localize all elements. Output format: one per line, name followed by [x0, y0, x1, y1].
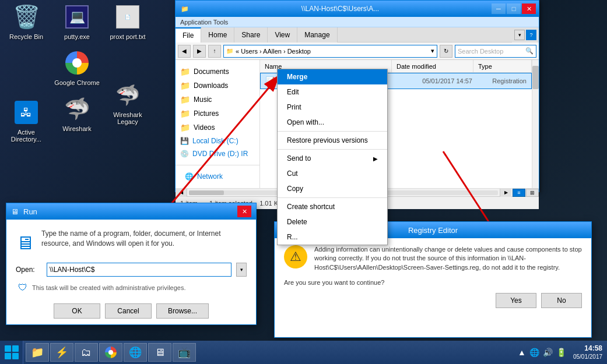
- start-button[interactable]: [0, 341, 23, 364]
- taskbar: 📁 ⚡ 🗂 🌐 🖥 📺 ▲ 🌐 🔊 🔋 14:58 05/01/201: [0, 341, 607, 364]
- taskbar-network[interactable]: 🌐: [124, 343, 147, 362]
- warning-icon: ⚠: [284, 245, 307, 268]
- putty-icon: 💻: [65, 5, 89, 29]
- ctx-create-shortcut[interactable]: Create shortcut: [278, 199, 387, 214]
- address-path[interactable]: 📁 « Users › AAllen › Desktop ▾: [223, 45, 437, 58]
- tab-view[interactable]: View: [268, 27, 297, 43]
- explorer-window-controls: ─ □ ✕: [492, 3, 536, 14]
- context-menu: Merge Edit Print Open with... Restore pr…: [277, 69, 388, 245]
- ctx-send-to[interactable]: Send to ▶: [278, 151, 387, 166]
- tab-manage[interactable]: Manage: [297, 27, 337, 43]
- back-button[interactable]: ◀: [178, 45, 191, 58]
- refresh-button[interactable]: ↻: [440, 45, 452, 58]
- help-button[interactable]: ?: [526, 30, 536, 40]
- scroll-thumb-h[interactable]: [189, 190, 224, 195]
- run-icon: 🖥: [16, 229, 34, 257]
- taskbar-explorer2[interactable]: 🗂: [75, 343, 98, 362]
- registry-yes-button[interactable]: Yes: [496, 293, 536, 308]
- ctx-cut[interactable]: Cut: [278, 166, 387, 181]
- ribbon-tabs: File Home Share View Manage ▾ ?: [176, 27, 539, 43]
- nav-item-local-disk[interactable]: 💾 Local Disk (C:): [176, 135, 259, 147]
- open-row: Open: ▾: [16, 263, 247, 277]
- taskbar-cmd[interactable]: ⚡: [50, 343, 73, 362]
- taskbar-file-explorer[interactable]: 📁: [26, 343, 49, 362]
- clock-date: 05/01/2017: [573, 353, 602, 361]
- admin-note-text: This task will be created with administr…: [32, 284, 186, 291]
- ctx-edit[interactable]: Edit: [278, 84, 387, 100]
- folder-icon: 📁: [180, 95, 190, 104]
- system-clock[interactable]: 14:58 05/01/2017: [573, 344, 602, 361]
- ctx-rename[interactable]: R...: [278, 229, 387, 245]
- folder-icon: 📁: [180, 67, 190, 76]
- run-close-button[interactable]: ✕: [237, 206, 251, 217]
- google-chrome-label: Google Chrome: [54, 79, 100, 86]
- run-browse-button[interactable]: Browse...: [156, 303, 209, 319]
- scroll-left-button[interactable]: ◀: [176, 189, 187, 197]
- nav-item-downloads[interactable]: 📁 Downloads: [176, 79, 259, 93]
- desktop-icon-wireshark-legacy[interactable]: 🦈 Wireshark Legacy: [104, 81, 151, 125]
- forward-button[interactable]: ▶: [193, 45, 206, 58]
- ctx-restore-previous[interactable]: Restore previous versions: [278, 133, 387, 148]
- run-ok-button[interactable]: OK: [54, 303, 100, 319]
- view-toggle-buttons: ≡ ⊞: [513, 189, 539, 197]
- minimize-button[interactable]: ─: [492, 3, 506, 14]
- nav-item-documents[interactable]: 📁 Documents: [176, 65, 259, 79]
- desktop-icon-recycle-bin[interactable]: 🗑️ Recycle Bin: [3, 3, 50, 40]
- col-date-header[interactable]: Date modified: [392, 60, 473, 72]
- ctx-print[interactable]: Print: [278, 100, 387, 115]
- ctx-copy[interactable]: Copy: [278, 181, 387, 196]
- scrollbar-thumb[interactable]: [532, 66, 539, 89]
- desktop-icon-putty[interactable]: 💻 putty.exe: [54, 3, 100, 40]
- wireshark-legacy-icon: 🦈: [115, 83, 140, 107]
- nav-item-videos[interactable]: 📁 Videos: [176, 121, 259, 135]
- dropdown-arrow[interactable]: ▾: [431, 47, 434, 55]
- ctx-merge[interactable]: Merge: [278, 69, 387, 84]
- explorer-title-icon: 📁: [181, 5, 189, 13]
- breadcrumb-text: « Users › AAllen › Desktop: [236, 48, 311, 55]
- scrollbar-vertical[interactable]: [532, 60, 539, 188]
- taskbar-chrome[interactable]: [99, 343, 122, 362]
- run-description: Type the name of a program, folder, docu…: [41, 229, 247, 249]
- ribbon-collapse-button[interactable]: ▾: [514, 30, 525, 40]
- col-type-header[interactable]: Type: [473, 60, 532, 72]
- desktop-icon-google-chrome[interactable]: Google Chrome: [54, 49, 100, 86]
- open-input[interactable]: [47, 263, 231, 277]
- scroll-right-button[interactable]: ▶: [500, 189, 511, 197]
- taskbar-tv[interactable]: 📺: [173, 343, 196, 362]
- search-box[interactable]: Search Desktop 🔍: [455, 45, 536, 58]
- ctx-delete[interactable]: Delete: [278, 214, 387, 229]
- desktop-icon-column-3: 📄 proxt port.txt 🦈 Wireshark Legacy: [104, 3, 151, 125]
- up-button[interactable]: ↑: [208, 45, 221, 58]
- nav-item-music[interactable]: 📁 Music: [176, 93, 259, 107]
- tray-chevron[interactable]: ▲: [518, 348, 526, 357]
- tray-speaker-icon[interactable]: 🔊: [543, 348, 553, 357]
- nav-item-dvd[interactable]: 💿 DVD Drive (D:) IR: [176, 147, 259, 160]
- registry-question: Are you sure you want to continue?: [284, 279, 582, 286]
- open-label: Open:: [16, 266, 42, 274]
- tray-power-icon[interactable]: 🔋: [556, 348, 566, 357]
- nav-item-network[interactable]: 🌐 Network: [180, 170, 255, 183]
- proxt-icon: 📄: [116, 5, 139, 29]
- run-top-row: 🖥 Type the name of a program, folder, do…: [16, 229, 247, 257]
- tab-file[interactable]: File: [176, 27, 201, 43]
- view-tiles-button[interactable]: ⊞: [526, 189, 539, 197]
- tab-share[interactable]: Share: [234, 27, 268, 43]
- tray-network-icon[interactable]: 🌐: [529, 348, 539, 357]
- registry-message: Adding information can unintentionally c…: [314, 245, 582, 272]
- ctx-open-with[interactable]: Open with...: [278, 115, 387, 130]
- nav-item-pictures[interactable]: 📁 Pictures: [176, 107, 259, 121]
- desktop-icon-wireshark[interactable]: 🦈 Wireshark: [54, 95, 100, 132]
- tab-home[interactable]: Home: [201, 27, 234, 43]
- close-button[interactable]: ✕: [522, 3, 536, 14]
- desktop-icon-proxt[interactable]: 📄 proxt port.txt: [104, 3, 151, 40]
- open-dropdown-button[interactable]: ▾: [236, 263, 247, 277]
- run-title-icon: 🖥: [11, 207, 19, 216]
- run-cancel-button[interactable]: Cancel: [105, 303, 152, 319]
- desktop-icon-active-directory[interactable]: 🖧 Active Directory...: [3, 98, 50, 143]
- taskbar-remote[interactable]: 🖥: [148, 343, 171, 362]
- desktop: 🗑️ Recycle Bin 🖧 Active Directory... 💻 p…: [0, 0, 607, 364]
- registry-no-button[interactable]: No: [541, 293, 582, 308]
- breadcrumb-icon: 📁: [226, 48, 233, 54]
- view-details-button[interactable]: ≡: [513, 189, 525, 197]
- maximize-button[interactable]: □: [507, 3, 521, 14]
